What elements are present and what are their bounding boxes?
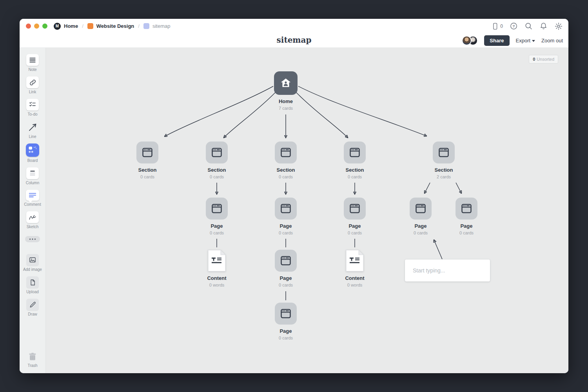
trash-icon	[27, 351, 38, 363]
page-card-icon-box	[206, 198, 228, 220]
image-icon	[26, 254, 39, 266]
node-label: Section	[346, 167, 364, 173]
browser-window-icon	[280, 147, 292, 158]
section-card-icon-box	[206, 142, 228, 163]
node-section-1[interactable]: Section0 cards	[118, 142, 177, 179]
breadcrumb: M Home / Website Design / sitemap	[54, 23, 170, 30]
tool-link[interactable]: Link	[26, 76, 39, 94]
node-page-3[interactable]: Page0 cards	[325, 198, 384, 235]
node-sublabel: 0 cards	[459, 230, 474, 235]
trash-button[interactable]: Trash	[20, 351, 45, 368]
browser-window-icon	[280, 255, 292, 267]
home-icon	[279, 76, 292, 90]
page-card-icon-box	[275, 198, 297, 220]
node-page-6[interactable]: Page0 cards	[256, 250, 315, 287]
zoom-out-button[interactable]: Zoom out	[541, 38, 563, 44]
section-card-icon-box	[275, 142, 297, 163]
edge-home-section-5[interactable]	[298, 86, 426, 136]
node-label: Home	[279, 98, 293, 104]
edge-section-5-page-4[interactable]	[425, 183, 430, 193]
edge-textbox-page-4[interactable]	[434, 240, 442, 259]
help-button[interactable]: ?	[510, 22, 518, 30]
share-button[interactable]: Share	[484, 35, 509, 46]
tool-sidebar: NoteLinkTo-doLineBoardColumnCommentSketc…	[20, 48, 46, 373]
tool-sketch[interactable]: Sketch	[26, 211, 39, 229]
browser-window-icon	[280, 203, 292, 214]
node-label: Section	[208, 167, 226, 173]
phone-icon	[491, 22, 499, 31]
node-content-1[interactable]: Content0 words	[187, 250, 246, 287]
node-page-5[interactable]: Page0 cards	[437, 198, 496, 235]
node-label: Content	[207, 275, 226, 281]
tool-line[interactable]: Line	[26, 121, 39, 139]
node-textbox[interactable]: Start typing...	[405, 260, 490, 281]
notifications-button[interactable]	[539, 22, 548, 30]
breadcrumb-home[interactable]: Home	[64, 23, 78, 29]
canvas[interactable]: Home7 cardsSection0 cardsSection0 cardsS…	[46, 48, 568, 373]
content-card-icon-box	[208, 250, 226, 272]
bell-icon	[539, 22, 548, 30]
tool-board[interactable]: Board	[26, 143, 39, 163]
tool-more[interactable]	[25, 234, 40, 246]
mobile-preview-button[interactable]: 0	[491, 22, 503, 31]
edge-section-5-page-5[interactable]	[456, 183, 461, 193]
node-section-5[interactable]: Section2 cards	[414, 142, 473, 179]
export-button[interactable]: Export	[516, 38, 535, 44]
node-sublabel: 0 cards	[279, 336, 293, 340]
section-card-icon-box	[344, 142, 366, 163]
settings-button[interactable]	[554, 22, 563, 31]
tool-column[interactable]: Column	[26, 167, 39, 185]
tool-label: Link	[29, 90, 36, 94]
maximize-window-button[interactable]	[42, 24, 47, 29]
node-page-7[interactable]: Page0 cards	[256, 303, 315, 340]
node-label: Page	[460, 223, 472, 229]
node-content-2[interactable]: Content0 words	[325, 250, 384, 287]
app-logo-icon[interactable]: M	[54, 23, 61, 30]
text-document-icon	[208, 250, 226, 272]
tool-upload[interactable]: Upload	[26, 276, 39, 294]
node-home[interactable]: Home7 cards	[256, 71, 315, 111]
collaborator-avatars	[462, 36, 478, 45]
browser-window-icon	[438, 147, 450, 158]
arrow-icon	[26, 121, 39, 133]
project-color-icon	[87, 23, 93, 29]
node-section-2[interactable]: Section0 cards	[187, 142, 246, 179]
sketch-icon	[26, 211, 39, 223]
tool-label: Draw	[28, 312, 37, 316]
help-icon: ?	[510, 22, 518, 30]
minimize-window-button[interactable]	[34, 24, 39, 29]
tool-label: Line	[29, 134, 36, 139]
tool-label: To-do	[27, 112, 37, 116]
node-label: Page	[348, 223, 361, 229]
node-sublabel: 0 cards	[279, 174, 293, 179]
top-bar: M Home / Website Design / sitemap 0 ?	[20, 19, 568, 33]
more-icon	[25, 236, 40, 242]
browser-window-icon	[349, 203, 361, 214]
unsorted-badge[interactable]: 0Unsorted	[529, 55, 558, 64]
top-bar-actions: 0 ?	[491, 22, 563, 31]
node-section-4[interactable]: Section0 cards	[325, 142, 384, 179]
board-title: sitemap	[277, 35, 312, 45]
tool-comment[interactable]: Comment	[24, 190, 41, 207]
tool-label: Comment	[24, 202, 41, 207]
search-button[interactable]	[524, 22, 533, 30]
tool-note[interactable]: Note	[26, 54, 39, 72]
text-card-placeholder: Start typing...	[413, 267, 445, 274]
node-section-3[interactable]: Section0 cards	[256, 142, 315, 179]
tool-addimage[interactable]: Add image	[23, 254, 42, 272]
node-label: Page	[211, 223, 223, 229]
breadcrumb-project[interactable]: Website Design	[96, 23, 134, 29]
desktop-background: M Home / Website Design / sitemap 0 ?	[0, 0, 588, 392]
breadcrumb-separator: /	[82, 23, 83, 29]
node-page-2[interactable]: Page0 cards	[256, 198, 315, 235]
tool-label: Note	[28, 67, 36, 72]
browser-window-icon	[211, 147, 223, 158]
tool-todo[interactable]: To-do	[26, 99, 39, 116]
tool-label: Add image	[23, 267, 42, 272]
tool-draw[interactable]: Draw	[26, 299, 39, 316]
breadcrumb-board[interactable]: sitemap	[152, 23, 171, 29]
close-window-button[interactable]	[26, 24, 31, 29]
node-label: Section	[277, 167, 295, 173]
node-page-1[interactable]: Page0 cards	[187, 198, 246, 235]
text-card-input[interactable]: Start typing...	[405, 260, 490, 281]
